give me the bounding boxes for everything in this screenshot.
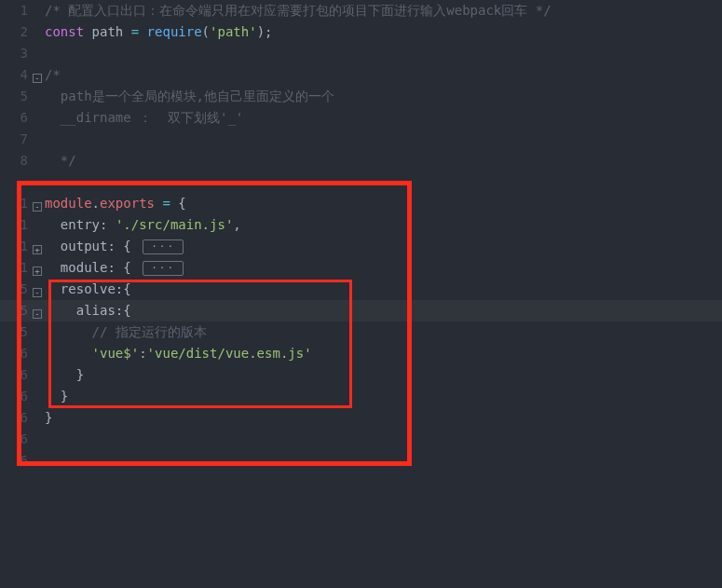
punct: : { bbox=[107, 239, 139, 253]
line-number: 1 bbox=[0, 193, 28, 214]
punct: { bbox=[170, 196, 186, 211]
punct: : bbox=[100, 217, 116, 232]
fold-toggle-icon[interactable]: + bbox=[33, 245, 42, 254]
line-number: 6 bbox=[0, 386, 28, 407]
code-line[interactable] bbox=[45, 43, 722, 64]
code-line[interactable] bbox=[45, 129, 722, 150]
line-number: 5 bbox=[0, 86, 28, 107]
function-call: require bbox=[139, 24, 201, 39]
line-number: 6 bbox=[0, 107, 28, 129]
code-line[interactable]: output: { ··· bbox=[45, 236, 722, 257]
identifier: module bbox=[45, 196, 92, 211]
string: 'vue$' bbox=[45, 346, 139, 361]
property: entry bbox=[45, 217, 100, 232]
line-number: 6 bbox=[0, 364, 28, 386]
line-number: 1 bbox=[0, 257, 28, 279]
line-number: 6 bbox=[0, 450, 28, 472]
string: 'path' bbox=[210, 24, 257, 39]
code-line[interactable]: alias:{ bbox=[45, 300, 722, 321]
code-line[interactable]: module: { ··· bbox=[45, 257, 722, 279]
line-number: 8 bbox=[0, 150, 28, 171]
line-number: 6 bbox=[0, 343, 28, 364]
line-number: 5 bbox=[0, 321, 28, 343]
code-line[interactable] bbox=[45, 171, 722, 193]
code-line[interactable]: entry: './src/main.js', bbox=[45, 214, 722, 236]
comment-text: /* bbox=[45, 67, 68, 82]
keyword: const bbox=[45, 24, 84, 39]
comment-text: __dirname ： 双下划线'_' bbox=[45, 110, 243, 125]
line-number: 4 bbox=[0, 64, 28, 86]
operator: = bbox=[162, 196, 170, 211]
line-gutter: 1 2 3 4 5 6 7 8 1 1 1 1 5 5 5 6 6 6 6 6 … bbox=[0, 0, 32, 588]
fold-toggle-icon[interactable]: + bbox=[33, 267, 42, 276]
fold-gutter: - - + + - - bbox=[32, 0, 45, 588]
line-number: 3 bbox=[0, 43, 28, 64]
punct: ); bbox=[257, 24, 273, 39]
fold-placeholder[interactable]: ··· bbox=[143, 239, 184, 254]
fold-placeholder[interactable]: ··· bbox=[143, 261, 184, 276]
string: './src/main.js' bbox=[116, 217, 233, 232]
comment-text: // 指定运行的版本 bbox=[45, 324, 207, 339]
comment-text: path是一个全局的模块,他自己里面定义的一个 bbox=[45, 89, 334, 103]
punct: } bbox=[45, 389, 68, 403]
line-number: 1 bbox=[0, 214, 28, 236]
punct: :{ bbox=[116, 281, 131, 296]
punct: : bbox=[139, 346, 146, 361]
variable: path bbox=[84, 24, 131, 39]
fold-toggle-icon[interactable]: - bbox=[33, 288, 42, 297]
property: module bbox=[45, 260, 107, 275]
comment-text: */ bbox=[45, 153, 76, 168]
punct: ( bbox=[202, 24, 210, 39]
code-line[interactable]: path是一个全局的模块,他自己里面定义的一个 bbox=[45, 86, 722, 107]
comment-text: /* 配置入口出口：在命令端只用在对应需要打包的项目下面进行输入webpack回… bbox=[45, 3, 552, 18]
code-line[interactable]: */ bbox=[45, 150, 722, 171]
property: output bbox=[45, 239, 107, 253]
line-number: 5 bbox=[0, 279, 28, 300]
line-number: 6 bbox=[0, 407, 28, 429]
code-line[interactable]: } bbox=[45, 407, 722, 429]
line-number: 2 bbox=[0, 21, 28, 43]
code-line[interactable]: } bbox=[45, 364, 722, 386]
line-number: 1 bbox=[0, 0, 28, 21]
code-line[interactable]: module.exports = { bbox=[45, 193, 722, 214]
property: resolve bbox=[45, 281, 116, 296]
identifier: exports bbox=[100, 196, 162, 211]
operator: = bbox=[131, 24, 139, 39]
line-number: 1 bbox=[0, 236, 28, 257]
code-line[interactable]: __dirname ： 双下划线'_' bbox=[45, 107, 722, 129]
line-number bbox=[0, 171, 28, 193]
code-line[interactable]: resolve:{ bbox=[45, 279, 722, 300]
code-line[interactable]: /* 配置入口出口：在命令端只用在对应需要打包的项目下面进行输入webpack回… bbox=[45, 0, 722, 21]
code-pane[interactable]: /* 配置入口出口：在命令端只用在对应需要打包的项目下面进行输入webpack回… bbox=[45, 0, 722, 588]
code-line[interactable] bbox=[45, 450, 722, 472]
code-line[interactable]: // 指定运行的版本 bbox=[45, 321, 722, 343]
punct: . bbox=[92, 196, 100, 211]
property: alias bbox=[45, 303, 116, 318]
code-line[interactable]: /* bbox=[45, 64, 722, 86]
punct: } bbox=[45, 410, 52, 425]
code-editor[interactable]: 1 2 3 4 5 6 7 8 1 1 1 1 5 5 5 6 6 6 6 6 … bbox=[0, 0, 722, 588]
punct: :{ bbox=[116, 303, 131, 318]
punct: : { bbox=[107, 260, 139, 275]
code-line[interactable] bbox=[45, 429, 722, 450]
fold-toggle-icon[interactable]: - bbox=[33, 74, 42, 83]
punct: , bbox=[233, 217, 240, 232]
string: 'vue/dist/vue.esm.js' bbox=[147, 346, 312, 361]
punct: } bbox=[45, 367, 84, 382]
code-line[interactable]: 'vue$':'vue/dist/vue.esm.js' bbox=[45, 343, 722, 364]
fold-toggle-icon[interactable]: - bbox=[33, 309, 42, 319]
line-number: 7 bbox=[0, 129, 28, 150]
fold-toggle-icon[interactable]: - bbox=[33, 202, 42, 212]
line-number: 6 bbox=[0, 429, 28, 450]
code-line[interactable]: } bbox=[45, 386, 722, 407]
code-line[interactable]: const path = require('path'); bbox=[45, 21, 722, 43]
